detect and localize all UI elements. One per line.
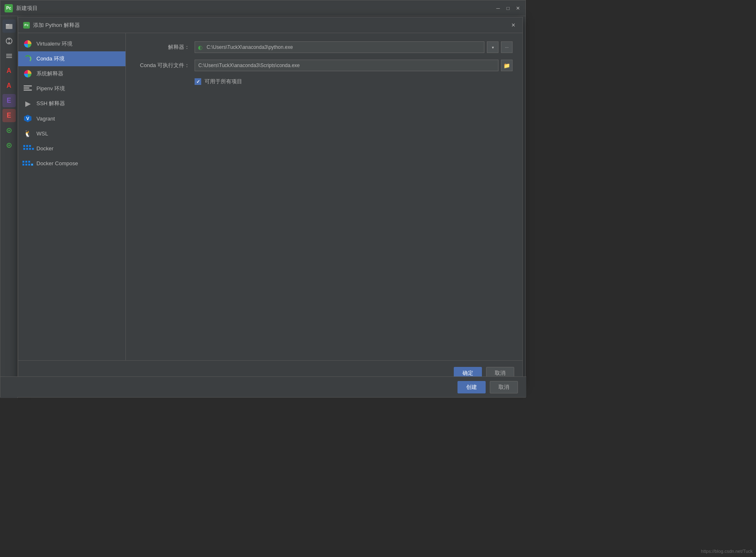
folder-icon <box>5 22 13 30</box>
virtualenv-icon <box>23 39 32 48</box>
vagrant-label: Vagrant <box>36 116 55 122</box>
virtualenv-label: Virtualenv 环境 <box>36 40 72 48</box>
pipenv-icon <box>23 84 32 93</box>
env-content: 解释器： ◐ ▾ ··· C <box>126 33 522 360</box>
env-item-docker-compose[interactable]: Docker Compose <box>18 156 125 171</box>
docker-label: Docker <box>36 145 53 152</box>
global-checkbox-wrap[interactable]: ✓ 可用于所有项目 <box>195 78 242 85</box>
pipenv-label: Pipenv 环境 <box>36 85 65 92</box>
interpreter-input-wrap: ◐ ▾ ··· <box>195 41 513 53</box>
inner-dialog: Pc 添加 Python 解释器 × Virtualenv 环境 Co <box>18 17 523 386</box>
dialog-body: Virtualenv 环境 Conda 环境 系统解释器 <box>18 33 522 360</box>
outer-close-button[interactable]: ✕ <box>515 5 521 12</box>
conda-label: Conda 环境 <box>36 55 65 63</box>
outer-dialog-footer: 创建 取消 <box>0 376 526 397</box>
pycharm-logo: Pc <box>5 4 13 12</box>
outer-title-bar: Pc 新建项目 ─ □ ✕ <box>0 0 525 16</box>
svg-rect-6 <box>6 55 12 56</box>
outer-title-text: 新建项目 <box>16 5 38 12</box>
conda-exe-input-wrap: 📁 <box>195 60 513 71</box>
system-icon <box>23 69 32 78</box>
interpreter-row: 解释器： ◐ ▾ ··· <box>136 41 513 53</box>
env-item-wsl[interactable]: 🐧 WSL <box>18 126 125 141</box>
conda-exe-label: Conda 可执行文件： <box>136 62 190 69</box>
create-button[interactable]: 创建 <box>457 381 486 393</box>
system-label: 系统解释器 <box>36 70 63 77</box>
interpreter-spinner-icon: ◐ <box>198 44 202 51</box>
ide-sidebar: A A E E <box>0 16 18 398</box>
settings-icon <box>5 127 13 134</box>
wsl-icon: 🐧 <box>23 129 32 138</box>
global-checkbox[interactable]: ✓ <box>195 78 201 85</box>
env-item-docker[interactable]: Docker <box>18 141 125 156</box>
svg-point-11 <box>8 145 10 146</box>
env-item-virtualenv[interactable]: Virtualenv 环境 <box>18 36 125 51</box>
svg-point-9 <box>8 130 10 131</box>
checkmark-icon: ✓ <box>196 79 200 84</box>
maximize-button[interactable]: □ <box>505 5 511 12</box>
conda-icon <box>23 54 32 63</box>
minimize-button[interactable]: ─ <box>495 5 501 12</box>
interpreter-browse-button[interactable]: ··· <box>501 41 513 53</box>
env-list: Virtualenv 环境 Conda 环境 系统解释器 <box>18 33 126 360</box>
sidebar-icon-2[interactable] <box>2 34 16 48</box>
env-item-vagrant[interactable]: V Vagrant <box>18 111 125 126</box>
interpreter-dropdown-button[interactable]: ▾ <box>487 41 498 53</box>
env-item-system[interactable]: 系统解释器 <box>18 66 125 81</box>
window-controls: ─ □ ✕ <box>495 5 521 12</box>
interpreter-label: 解释器： <box>136 43 190 51</box>
sidebar-icon-3[interactable] <box>2 49 16 63</box>
sidebar-icon-settings[interactable] <box>2 124 16 137</box>
list-icon <box>5 52 13 60</box>
inner-pycharm-logo: Pc <box>23 22 30 29</box>
conda-exe-input[interactable] <box>195 60 498 71</box>
folder-open-icon: 📁 <box>503 63 510 69</box>
inner-close-button[interactable]: × <box>509 21 518 29</box>
svg-rect-1 <box>6 24 9 25</box>
wsl-label: WSL <box>36 130 48 137</box>
inner-title-left: Pc 添加 Python 解释器 <box>23 22 80 29</box>
git-icon <box>5 37 13 45</box>
gear-icon <box>5 142 13 149</box>
conda-exe-row: Conda 可执行文件： 📁 <box>136 60 513 71</box>
sidebar-icon-1[interactable] <box>2 19 16 33</box>
inner-title-bar: Pc 添加 Python 解释器 × <box>18 17 522 33</box>
checkbox-row: ✓ 可用于所有项目 <box>195 78 513 85</box>
docker-compose-icon <box>23 159 32 168</box>
svg-rect-5 <box>6 54 12 55</box>
env-item-pipenv[interactable]: Pipenv 环境 <box>18 81 125 96</box>
outer-title-left: Pc 新建项目 <box>5 4 38 12</box>
svg-point-4 <box>8 42 10 43</box>
outer-cancel-button[interactable]: 取消 <box>490 381 518 393</box>
docker-compose-label: Docker Compose <box>36 160 78 166</box>
ssh-label: SSH 解释器 <box>36 100 65 107</box>
dots-icon: ··· <box>505 45 508 50</box>
ssh-icon: ▶ <box>23 99 32 108</box>
sidebar-icon-settings2[interactable] <box>2 139 16 152</box>
sidebar-icon-e2[interactable]: E <box>2 109 16 122</box>
docker-icon <box>23 144 32 153</box>
svg-point-3 <box>8 39 10 40</box>
sidebar-icon-adobe2[interactable]: A <box>2 79 16 92</box>
svg-rect-7 <box>6 57 12 58</box>
vagrant-icon: V <box>23 114 32 123</box>
sidebar-icon-adobe1[interactable]: A <box>2 64 16 77</box>
sidebar-icon-e[interactable]: E <box>2 94 16 107</box>
inner-dialog-title: 添加 Python 解释器 <box>33 22 80 29</box>
interpreter-input[interactable] <box>195 41 484 53</box>
outer-dialog: Pc 新建项目 ─ □ ✕ <box>0 0 526 398</box>
watermark: https://blog.csdn.net/Tuck <box>701 549 753 554</box>
conda-browse-button[interactable]: 📁 <box>501 60 513 71</box>
chevron-down-icon: ▾ <box>492 45 494 50</box>
global-checkbox-label: 可用于所有项目 <box>205 78 242 85</box>
env-item-conda[interactable]: Conda 环境 <box>18 51 125 66</box>
env-item-ssh[interactable]: ▶ SSH 解释器 <box>18 96 125 111</box>
